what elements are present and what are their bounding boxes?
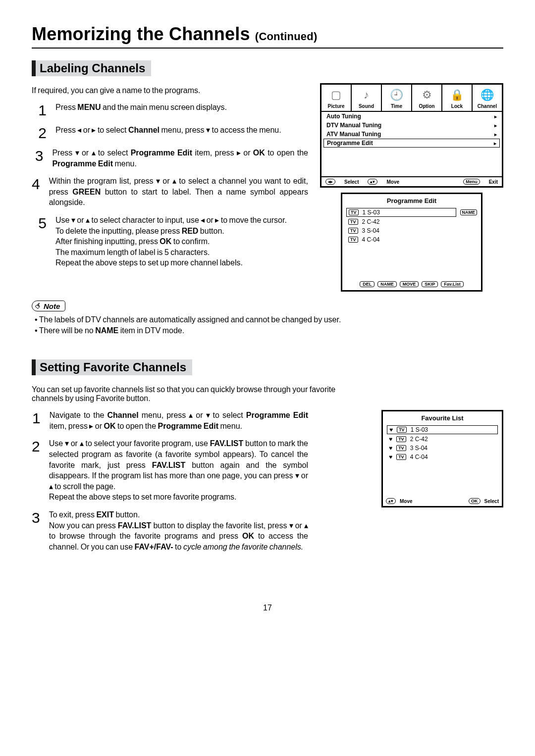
step-body: Use ▾ or ▴ to select your favorite progr… bbox=[49, 438, 308, 503]
step-number: 1 bbox=[32, 410, 41, 431]
programme-row-3: TV3 S-04 bbox=[342, 226, 481, 235]
tab-option: ⚙Option bbox=[411, 85, 441, 111]
name-pill: NAME bbox=[377, 281, 397, 287]
option-icon: ⚙ bbox=[413, 87, 440, 103]
title-main: Memorizing the Channels bbox=[32, 24, 255, 44]
tv-tag: TV bbox=[348, 219, 358, 225]
up-down-icon: ▴▾ bbox=[386, 498, 396, 504]
picture-icon: ▢ bbox=[322, 87, 350, 103]
heart-icon: ♥ bbox=[389, 436, 392, 443]
step-number: 5 bbox=[32, 215, 47, 268]
step-number: 2 bbox=[32, 438, 40, 503]
step-body: Press ◂ or ▸ to select Channel menu, pre… bbox=[55, 125, 281, 141]
note-list: The labels of DTV channels are automatic… bbox=[32, 314, 503, 336]
section-heading-favorite: Setting Favorite Channels bbox=[32, 359, 192, 375]
programme-edit-title: Programme Edit bbox=[342, 194, 481, 207]
sound-icon: ♪ bbox=[353, 87, 380, 103]
menu-programme-edit: Programme Edit▸ bbox=[323, 139, 500, 148]
chevron-right-icon: ▸ bbox=[494, 141, 496, 146]
programme-row-4: TV4 C-04 bbox=[342, 235, 481, 244]
tv-tag: TV bbox=[396, 436, 406, 442]
programme-row-1: TV1 S-03 NAME bbox=[342, 207, 481, 217]
favourite-footer: ▴▾Move OKSelect bbox=[383, 496, 502, 506]
note-badge: ☞Note bbox=[32, 301, 65, 311]
page-number: 17 bbox=[32, 604, 503, 612]
osd-channel-menu: ▢Picture ♪Sound 🕘Time ⚙Option 🔒Lock 🌐Cha… bbox=[320, 83, 503, 188]
fav-step-3: 3 To exit, press EXIT button. Now you ca… bbox=[32, 509, 308, 552]
favourite-list-title: Favourite List bbox=[383, 411, 502, 425]
note-item: The labels of DTV channels are automatic… bbox=[35, 314, 503, 325]
fav-row-4: ♥TV4 C-04 bbox=[383, 453, 502, 461]
tv-tag: TV bbox=[348, 228, 358, 234]
step-number: 3 bbox=[32, 509, 40, 552]
tv-tag: TV bbox=[349, 209, 359, 215]
note-item: There will be no NAME item in DTV mode. bbox=[35, 325, 503, 336]
step-2: 2 Press ◂ or ▸ to select Channel menu, p… bbox=[32, 125, 308, 141]
labeling-intro: If required, you can give a name to the … bbox=[32, 86, 308, 95]
name-badge: NAME bbox=[460, 209, 478, 215]
fav-row-1: ♥TV1 S-03 bbox=[383, 425, 502, 435]
move-pill: MOVE bbox=[400, 281, 419, 287]
fav-row-3: ♥TV3 S-04 bbox=[383, 444, 502, 453]
programme-row-2: TV2 C-42 bbox=[342, 217, 481, 226]
title-divider bbox=[32, 48, 503, 49]
step-body: To exit, press EXIT button. Now you can … bbox=[49, 509, 308, 552]
step-number: 4 bbox=[32, 176, 40, 208]
chevron-right-icon: ▸ bbox=[494, 114, 497, 119]
title-continued: (Continued) bbox=[255, 30, 318, 43]
tab-picture: ▢Picture bbox=[321, 85, 351, 111]
step-body: Use ▾ or ▴ to select character to input,… bbox=[55, 215, 287, 268]
section-heading-labeling: Labeling Channels bbox=[32, 60, 151, 76]
step-body: Press MENU and the main menu screen disp… bbox=[55, 102, 227, 118]
heart-icon: ♥ bbox=[389, 445, 392, 452]
left-right-icon: ◂▸ bbox=[325, 179, 335, 185]
step-5: 5 Use ▾ or ▴ to select character to inpu… bbox=[32, 215, 308, 268]
favorite-intro: You can set up favorite channels list so… bbox=[32, 385, 349, 403]
step-number: 2 bbox=[32, 125, 47, 141]
menu-atv-tuning: ATV Manual Tuning▸ bbox=[321, 130, 502, 139]
step-body: Within the program list, press ▾ or ▴ to… bbox=[49, 176, 308, 208]
menu-dtv-tuning: DTV Manual Tuning▸ bbox=[321, 121, 502, 130]
heart-icon: ♥ bbox=[389, 454, 392, 460]
osd-footer: ◂▸Select ▴▾Move MenuExit bbox=[321, 176, 502, 186]
step-3: 3 Press ▾ or ▴ to select Programme Edit … bbox=[32, 148, 308, 169]
step-body: Navigate to the Channel menu, press ▴ or… bbox=[50, 410, 308, 431]
page-title: Memorizing the Channels (Continued) bbox=[32, 24, 503, 45]
heart-icon: ♥ bbox=[389, 426, 393, 433]
tv-tag: TV bbox=[348, 237, 358, 243]
del-pill: DEL bbox=[360, 281, 374, 287]
tv-tag: TV bbox=[396, 454, 406, 460]
fav-step-2: 2 Use ▾ or ▴ to select your favorite pro… bbox=[32, 438, 308, 503]
step-number: 1 bbox=[32, 102, 47, 118]
tv-tag: TV bbox=[397, 427, 407, 433]
tab-lock: 🔒Lock bbox=[441, 85, 472, 111]
menu-auto-tuning: Auto Tuning▸ bbox=[321, 112, 502, 121]
ok-key: OK bbox=[469, 498, 481, 504]
skip-pill: SKIP bbox=[422, 281, 438, 287]
tab-sound: ♪Sound bbox=[351, 85, 381, 111]
osd-tabs: ▢Picture ♪Sound 🕘Time ⚙Option 🔒Lock 🌐Cha… bbox=[321, 85, 502, 112]
chevron-right-icon: ▸ bbox=[494, 123, 497, 128]
step-1: 1 Press MENU and the main menu screen di… bbox=[32, 102, 308, 118]
fav-row-2: ♥TV2 C-42 bbox=[383, 435, 502, 444]
step-number: 3 bbox=[32, 148, 43, 169]
step-body: Press ▾ or ▴ to select Programme Edit it… bbox=[52, 148, 308, 169]
programme-footer: DEL NAME MOVE SKIP Fav.List bbox=[342, 279, 481, 290]
tab-time: 🕘Time bbox=[381, 85, 411, 111]
chevron-right-icon: ▸ bbox=[494, 132, 497, 137]
time-icon: 🕘 bbox=[383, 87, 410, 103]
tv-tag: TV bbox=[396, 445, 406, 451]
finger-icon: ☞ bbox=[33, 301, 44, 311]
osd-programme-edit: Programme Edit TV1 S-03 NAME TV2 C-42 TV… bbox=[341, 193, 482, 292]
menu-key: Menu bbox=[463, 179, 480, 185]
up-down-icon: ▴▾ bbox=[368, 179, 377, 185]
step-4: 4 Within the program list, press ▾ or ▴ … bbox=[32, 176, 308, 208]
lock-icon: 🔒 bbox=[443, 87, 471, 103]
fav-step-1: 1 Navigate to the Channel menu, press ▴ … bbox=[32, 410, 308, 431]
tab-channel: 🌐Channel bbox=[472, 85, 502, 111]
channel-icon: 🌐 bbox=[474, 87, 501, 103]
osd-favourite-list: Favourite List ♥TV1 S-03 ♥TV2 C-42 ♥TV3 … bbox=[381, 410, 503, 507]
favlist-pill: Fav.List bbox=[441, 281, 463, 287]
